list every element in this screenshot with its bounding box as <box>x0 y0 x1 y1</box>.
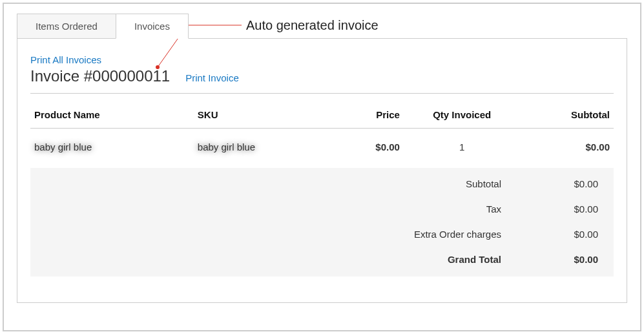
cell-subtotal: $0.00 <box>520 129 614 166</box>
invoice-header: Invoice #000000011 Print Invoice <box>30 67 614 94</box>
table-row: baby girl blue baby girl blue $0.00 1 $0… <box>30 129 614 166</box>
col-price: Price <box>322 103 403 129</box>
invoice-panel: Print All Invoices Invoice #000000011 Pr… <box>17 38 627 303</box>
cell-sku: baby girl blue <box>194 129 322 166</box>
cell-product-name: baby girl blue <box>30 129 194 166</box>
order-view-container: Items Ordered Invoices Auto generated in… <box>3 3 641 331</box>
col-sku: SKU <box>194 103 322 129</box>
tab-items-ordered[interactable]: Items Ordered <box>17 14 116 39</box>
grand-total-value: $0.00 <box>501 254 598 265</box>
col-qty: Qty Invoiced <box>404 103 521 129</box>
subtotal-value: $0.00 <box>501 178 598 189</box>
cell-qty: 1 <box>404 129 521 166</box>
tax-value: $0.00 <box>501 204 598 214</box>
extra-charges-label: Extra Order charges <box>46 229 501 240</box>
subtotal-label: Subtotal <box>46 178 501 189</box>
tab-invoices[interactable]: Invoices <box>116 14 189 39</box>
annotation-label: Auto generated invoice <box>246 18 379 33</box>
table-header-row: Product Name SKU Price Qty Invoiced Subt… <box>30 103 614 129</box>
totals-block: Subtotal $0.00 Tax $0.00 Extra Order cha… <box>30 168 614 277</box>
print-invoice-link[interactable]: Print Invoice <box>185 72 239 83</box>
tax-label: Tax <box>46 204 501 214</box>
col-subtotal: Subtotal <box>520 103 614 129</box>
print-all-invoices-link[interactable]: Print All Invoices <box>30 54 101 65</box>
invoice-title: Invoice #000000011 <box>30 67 170 85</box>
col-product-name: Product Name <box>30 103 194 129</box>
cell-price: $0.00 <box>322 129 403 166</box>
invoice-items-table: Product Name SKU Price Qty Invoiced Subt… <box>30 103 614 165</box>
extra-charges-value: $0.00 <box>501 229 598 240</box>
grand-total-label: Grand Total <box>46 254 501 265</box>
